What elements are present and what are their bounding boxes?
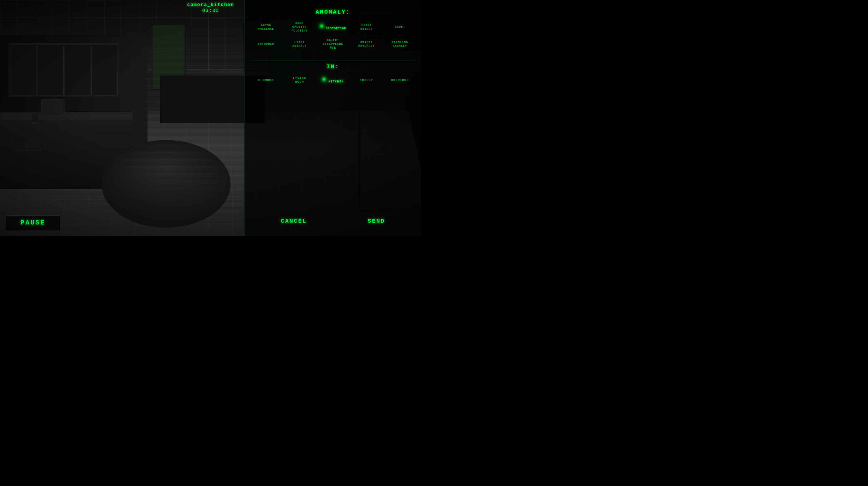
selected-indicator (320, 24, 324, 28)
anomaly-btn-door-opening-closing[interactable]: DOOROPENING/CLOSING (284, 20, 315, 34)
section-divider (250, 60, 415, 61)
location-btn-bedroom[interactable]: BEDROOM (250, 74, 281, 86)
location-btn-living-room[interactable]: LIVINGROOM (284, 74, 315, 86)
pause-label: PAUSE (21, 219, 45, 227)
pause-area: PAUSE (6, 216, 60, 230)
anomaly-section-header: ANOMALY: (250, 9, 415, 15)
location-selected-indicator (322, 77, 326, 81)
in-section-header: IN: (250, 63, 415, 70)
microwave (41, 99, 64, 115)
anomaly-btn-object-disappearance[interactable]: OBJECTDISAPPEARANCE (317, 37, 349, 52)
action-row: CANCEL SEND (250, 215, 415, 230)
counter-lamp (32, 114, 38, 124)
anomaly-btn-object-movement[interactable]: OBJECTMOVEMENT (351, 37, 382, 52)
upper-cabinets (9, 43, 119, 97)
sink (27, 142, 41, 151)
pause-button[interactable]: PAUSE (6, 216, 60, 230)
send-button[interactable]: SEND (359, 215, 394, 227)
cabinet-door (91, 44, 118, 95)
anomaly-btn-painting-anomaly[interactable]: PAINTINGANOMALY (384, 37, 415, 52)
cancel-button[interactable]: CANCEL (272, 215, 316, 227)
anomaly-btn-distortion[interactable]: DISTORTION (317, 20, 349, 34)
location-btn-kitchen[interactable]: KITCHEN (317, 74, 349, 86)
cabinet-door (64, 44, 91, 95)
cabinet-door (37, 44, 64, 95)
cabinet-door (10, 44, 37, 95)
report-panel: ANOMALY: ABYSSPRESENCE DOOROPENING/CLOSI… (244, 0, 421, 236)
timer-display: 03:30 (202, 8, 219, 13)
anomaly-btn-extra-object[interactable]: EXTRAOBJECT (351, 20, 382, 34)
anomaly-btn-abyss-presence[interactable]: ABYSSPRESENCE (250, 20, 281, 34)
anomaly-btn-light-anomaly[interactable]: LIGHTANOMALY (284, 37, 315, 52)
location-btn-toilet[interactable]: TOILET (351, 74, 382, 86)
anomaly-type-grid: ABYSSPRESENCE DOOROPENING/CLOSING DISTOR… (250, 20, 415, 52)
camera-name-label: camera_kitchen (187, 2, 234, 7)
anomaly-btn-ghost[interactable]: GHOST (384, 20, 415, 34)
location-grid: BEDROOM LIVINGROOM KITCHEN TOILET CORRID… (250, 74, 415, 86)
location-btn-corridor[interactable]: CORRIDOR (384, 74, 415, 86)
anomaly-btn-intruder[interactable]: INTRUDER (250, 37, 281, 52)
